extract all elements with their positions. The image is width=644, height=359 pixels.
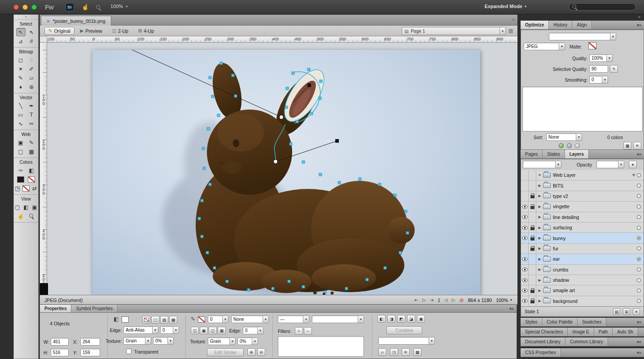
extras-tab-auto-sh[interactable]: Auto Sh bbox=[613, 328, 638, 336]
full-screen-mode-tool[interactable]: ▣ bbox=[31, 203, 38, 211]
layer-target-icon[interactable] bbox=[637, 289, 641, 293]
layer-row-bits[interactable]: ▶BITS bbox=[521, 180, 644, 191]
text-tool[interactable]: T bbox=[27, 110, 36, 119]
bezier-handle[interactable] bbox=[335, 139, 339, 143]
save-stroke-button[interactable]: ⊕ bbox=[247, 348, 255, 356]
saved-settings-dropdown[interactable]: ▼ bbox=[549, 33, 616, 40]
x-field[interactable]: 264 bbox=[80, 338, 100, 346]
rubber-stamp-tool[interactable]: ⊛ bbox=[27, 83, 36, 91]
stroke-align-center-button[interactable]: ▣ bbox=[200, 327, 208, 334]
crop-tool[interactable]: # bbox=[27, 37, 36, 45]
view-4-up-button[interactable]: ⊞4-Up bbox=[134, 27, 158, 35]
fill-color-well[interactable] bbox=[122, 316, 129, 323]
layers-panel-menu-icon[interactable]: ▾≡ bbox=[634, 150, 644, 158]
hand-tool-icon[interactable]: ☝ bbox=[82, 4, 89, 10]
zoom-window-button[interactable] bbox=[31, 4, 37, 10]
selection-handle[interactable] bbox=[226, 280, 228, 283]
expand-arrow-icon[interactable]: ▶ bbox=[536, 194, 543, 198]
stroke-size-stepper[interactable]: 0▼ bbox=[208, 315, 228, 323]
eyedropper-tool[interactable]: ✑ bbox=[16, 166, 26, 175]
path-subtract-button[interactable]: ◨ bbox=[387, 315, 395, 323]
minimize-window-button[interactable] bbox=[22, 4, 28, 10]
magnification-dropdown[interactable]: 100%▾ bbox=[496, 298, 512, 303]
expand-arrow-icon[interactable]: ▼ bbox=[536, 173, 543, 177]
visibility-eye-icon[interactable] bbox=[522, 215, 528, 219]
layer-name[interactable]: shadow bbox=[553, 277, 630, 283]
selection-handle[interactable] bbox=[359, 178, 361, 180]
zoom-tool-icon[interactable] bbox=[96, 4, 101, 11]
selection-handle[interactable] bbox=[217, 114, 220, 117]
stroke-align-inside-button[interactable]: ◫ bbox=[191, 327, 199, 334]
library-tab-common-library[interactable]: Common Library bbox=[565, 337, 608, 346]
new-layer-button[interactable]: ⊞ bbox=[623, 308, 630, 315]
selection-handle[interactable] bbox=[288, 280, 290, 283]
fill-texture-dropdown[interactable]: Grain▼ bbox=[123, 337, 151, 345]
play-states-button[interactable]: ▷ bbox=[422, 298, 426, 302]
optimize-tab-history[interactable]: History bbox=[549, 21, 572, 29]
y-field[interactable]: 159 bbox=[80, 349, 100, 356]
lock-cell[interactable] bbox=[529, 296, 536, 306]
stroke-texture-dropdown[interactable]: Grain▼ bbox=[208, 337, 236, 345]
visibility-eye-icon[interactable] bbox=[522, 267, 528, 271]
canvas[interactable] bbox=[92, 50, 480, 295]
path-crop-button[interactable]: ◪ bbox=[407, 315, 415, 323]
visibility-eye-icon[interactable] bbox=[522, 226, 528, 230]
path-intersect-button[interactable]: ◩ bbox=[397, 315, 405, 323]
filters-list[interactable] bbox=[278, 336, 364, 357]
selection-handle[interactable] bbox=[320, 80, 322, 83]
layer-row-line-detailing[interactable]: ▶line detailing bbox=[521, 212, 644, 223]
layer-row-ear[interactable]: ▶ear bbox=[521, 254, 644, 264]
remove-filter-button[interactable]: − bbox=[304, 327, 312, 335]
view-preview-button[interactable]: ▶Preview bbox=[76, 27, 106, 35]
next-state-button[interactable]: ▷ bbox=[452, 298, 456, 302]
stroke-edge-dropdown[interactable]: 0▼ bbox=[243, 327, 263, 334]
previous-state-button[interactable]: ◁ bbox=[444, 298, 448, 302]
bezier-handle[interactable] bbox=[307, 83, 311, 87]
css-panel-menu-icon[interactable]: ▾≡ bbox=[634, 348, 644, 357]
expand-arrow-icon[interactable]: ▶ bbox=[536, 184, 543, 188]
selection-handle[interactable] bbox=[345, 287, 348, 290]
layer-target-icon[interactable] bbox=[637, 194, 641, 198]
selection-handle[interactable] bbox=[247, 289, 250, 291]
layer-name[interactable]: ear bbox=[553, 256, 630, 262]
visibility-eye-icon[interactable] bbox=[522, 278, 528, 282]
extras-tab-special-characters[interactable]: Special Characters bbox=[521, 328, 568, 336]
hand-tool[interactable]: ☝ bbox=[16, 212, 26, 220]
knife-tool[interactable]: ✂ bbox=[27, 119, 36, 128]
delete-stroke-button[interactable]: ⊖ bbox=[257, 348, 265, 356]
vertical-ruler[interactable]: 100200300400500 bbox=[40, 43, 47, 295]
selection-handle[interactable] bbox=[404, 210, 407, 213]
view-original-button[interactable]: ✎Original bbox=[44, 27, 74, 35]
bridge-button[interactable]: Br bbox=[66, 3, 74, 11]
selection-handle[interactable] bbox=[338, 181, 341, 184]
selection-handle[interactable] bbox=[307, 68, 310, 71]
layer-row-shadow[interactable]: ▶shadow bbox=[521, 275, 644, 285]
lock-cell[interactable] bbox=[529, 275, 536, 285]
selection-handle[interactable] bbox=[296, 120, 298, 123]
rectangle-tool[interactable]: ▭ bbox=[16, 110, 26, 119]
selection-handle[interactable] bbox=[394, 194, 396, 197]
selection-handle[interactable] bbox=[378, 183, 381, 186]
export-format-dropdown[interactable]: JPEG▼ bbox=[524, 43, 565, 50]
search-field[interactable] bbox=[569, 3, 636, 11]
opacity-options-button[interactable]: ▾ bbox=[629, 161, 637, 168]
selection-handle[interactable] bbox=[201, 235, 203, 238]
combine-button[interactable]: Combine bbox=[386, 326, 422, 334]
fill-color-tool[interactable] bbox=[27, 175, 36, 184]
library-tab-document-library[interactable]: Document Library bbox=[521, 337, 565, 346]
standard-screen-mode-tool[interactable]: ▢ bbox=[14, 203, 21, 211]
visibility-cell[interactable] bbox=[521, 212, 529, 222]
selection-handle[interactable] bbox=[198, 217, 201, 220]
scale-tool[interactable]: ⊿ bbox=[16, 37, 26, 45]
pencil-tool[interactable]: ✎ bbox=[16, 74, 26, 82]
freeform-tool[interactable]: ∿ bbox=[16, 119, 26, 128]
fill-edge-dropdown[interactable]: Anti-Alias▼ bbox=[123, 326, 158, 334]
selective-quality-edit-button[interactable]: ✎ bbox=[610, 65, 618, 73]
layer-target-icon[interactable] bbox=[637, 246, 641, 250]
selection-handle[interactable] bbox=[319, 173, 322, 176]
properties-panel-menu-icon[interactable]: ▾≡ bbox=[507, 305, 517, 312]
selection-handle[interactable] bbox=[203, 167, 206, 170]
dock-collapse-icon[interactable]: » bbox=[521, 14, 644, 21]
selection-handle[interactable] bbox=[302, 285, 305, 288]
edit-stroke-button[interactable]: Edit Stroke bbox=[207, 348, 244, 356]
